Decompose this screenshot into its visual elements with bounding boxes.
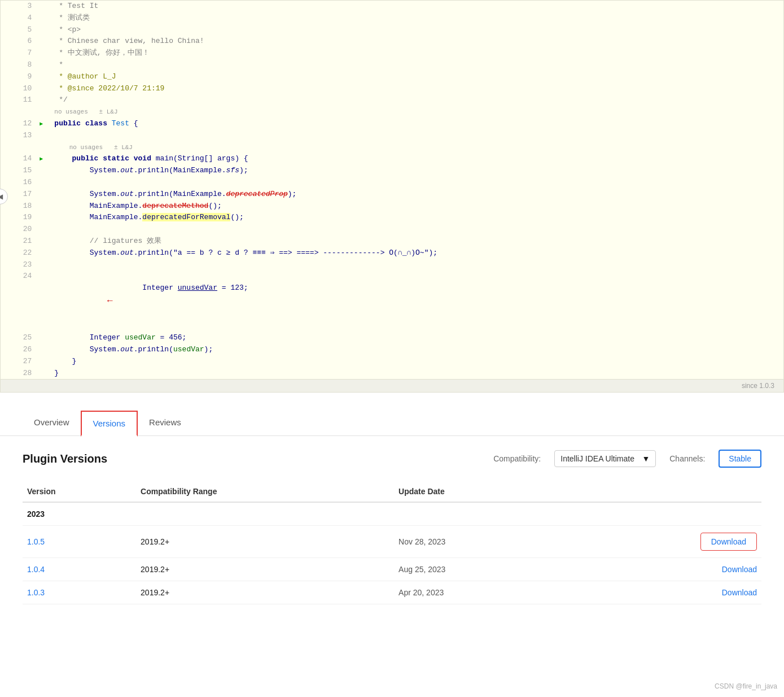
versions-title: Plugin Versions	[23, 452, 107, 465]
code-line-6: 6 * Chinese char view, hello China!	[1, 36, 783, 47]
col-action	[563, 481, 761, 502]
download-button-105[interactable]: Download	[700, 533, 757, 551]
code-line-10: 10 * @since 2022/10/7 21:19	[1, 83, 783, 95]
tabs-list: Overview Versions Reviews	[23, 411, 761, 435]
col-date: Update Date	[394, 481, 563, 502]
code-line-16: 16	[1, 177, 783, 189]
code-line-12: 12 ▶ public class Test {	[1, 118, 783, 130]
code-line-13: 13	[1, 130, 783, 142]
code-line-3: 3 * Test It	[1, 1, 783, 12]
code-line-nousages-2: no usages ± L&J	[1, 142, 783, 154]
compatibility-value: IntelliJ IDEA Ultimate	[560, 454, 634, 463]
tab-overview[interactable]: Overview	[23, 411, 81, 436]
code-line-27: 27 }	[1, 356, 783, 368]
table-row: 1.0.5 2019.2+ Nov 28, 2023 Download	[23, 526, 761, 558]
channels-label: Channels:	[669, 454, 705, 463]
compatibility-select[interactable]: IntelliJ IDEA Ultimate ▼	[554, 450, 656, 467]
code-line-8: 8 *	[1, 59, 783, 71]
code-line-5: 5 * <p>	[1, 24, 783, 36]
tab-versions[interactable]: Versions	[81, 411, 138, 437]
since-bar: since 1.0.3	[1, 379, 783, 392]
code-line-19: 19 MainExample.deprecatedForRemoval();	[1, 212, 783, 224]
versions-table: Version Compatibility Range Update Date …	[23, 481, 761, 604]
col-compat: Compatibility Range	[136, 481, 394, 502]
version-link-105[interactable]: 1.0.5	[27, 537, 45, 546]
tab-reviews[interactable]: Reviews	[138, 411, 192, 436]
year-group-2023: 2023	[23, 502, 761, 526]
tabs-section: Overview Versions Reviews	[0, 411, 784, 436]
versions-header: Plugin Versions Compatibility: IntelliJ …	[23, 450, 761, 468]
table-row: 1.0.3 2019.2+ Apr 20, 2023 Download	[23, 581, 761, 604]
stable-channel-button[interactable]: Stable	[719, 450, 761, 468]
versions-controls: Compatibility: IntelliJ IDEA Ultimate ▼ …	[493, 450, 761, 468]
code-line-20: 20	[1, 224, 783, 236]
download-link-104[interactable]: Download	[722, 565, 757, 574]
code-line-11: 11 */	[1, 94, 783, 106]
versions-section: Plugin Versions Compatibility: IntelliJ …	[0, 436, 784, 627]
code-line-28: 28 }	[1, 368, 783, 380]
code-line-7: 7 * 中文测试, 你好，中国！	[1, 47, 783, 59]
code-section: 3 * Test It 4 * 测试类 5 * <p> 6	[0, 0, 784, 393]
table-header-row: Version Compatibility Range Update Date	[23, 481, 761, 502]
version-link-104[interactable]: 1.0.4	[27, 565, 45, 574]
table-row: 1.0.4 2019.2+ Aug 25, 2023 Download	[23, 558, 761, 581]
code-line-25: 25 Integer usedVar = 456;	[1, 332, 783, 344]
download-link-103[interactable]: Download	[722, 588, 757, 597]
code-line-18: 18 MainExample.deprecateMethod();	[1, 201, 783, 212]
code-line-nousages-1: no usages ± L&J	[1, 106, 783, 118]
code-line-22: 22 System.out.println("a == b ? c ≥ d ? …	[1, 247, 783, 259]
code-line-26: 26 System.out.println(usedVar);	[1, 344, 783, 356]
dropdown-icon: ▼	[642, 454, 650, 463]
code-line-23: 23	[1, 259, 783, 271]
code-line-4: 4 * 测试类	[1, 12, 783, 24]
code-line-21: 21 // ligatures 效果	[1, 236, 783, 247]
code-line-9: 9 * @author L_J	[1, 71, 783, 83]
code-line-17: 17 System.out.println(MainExample.deprec…	[1, 189, 783, 201]
code-line-14: 14 ▶ public static void main(String[] ar…	[1, 153, 783, 165]
code-table: 3 * Test It 4 * 测试类 5 * <p> 6	[1, 1, 783, 379]
version-link-103[interactable]: 1.0.3	[27, 588, 45, 597]
col-version: Version	[23, 481, 136, 502]
code-line-15: 15 System.out.println(MainExample.sfs);	[1, 165, 783, 177]
code-line-24: 24 Integer unusedVar = 123; ← highlight …	[1, 271, 783, 332]
compatibility-label: Compatibility:	[493, 454, 541, 463]
